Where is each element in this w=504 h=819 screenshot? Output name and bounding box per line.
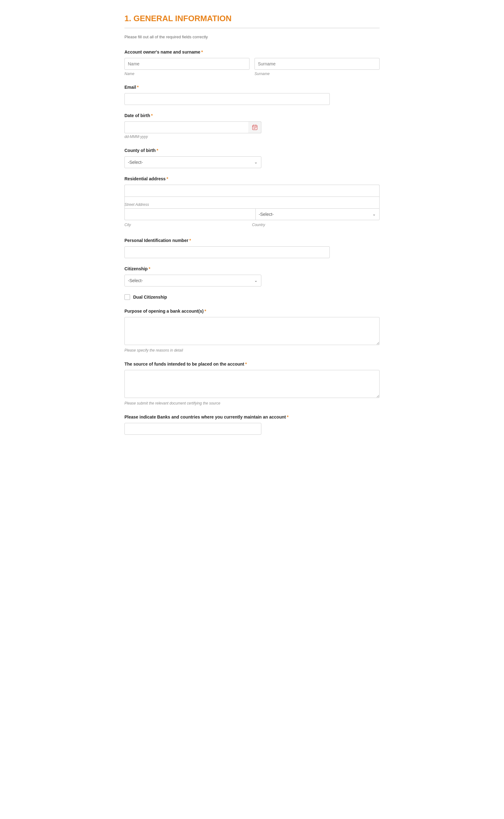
dob-hint: dd-MMM-yyyy	[124, 134, 148, 139]
name-hint: Name	[124, 71, 250, 77]
source-funds-label: The source of funds intended to be place…	[124, 361, 380, 367]
section-subtitle: Please fill out all of the required fiel…	[124, 34, 380, 40]
street-address-row	[124, 185, 380, 196]
country-hint: Country	[252, 222, 380, 228]
county-birth-label: County of birth*	[124, 147, 380, 154]
purpose-textarea[interactable]	[124, 317, 380, 345]
page-container: 1. GENERAL INFORMATION Please fill out a…	[115, 0, 389, 455]
banks-label: Please indicate Banks and countries wher…	[124, 414, 380, 420]
purpose-field-group: Purpose of opening a bank account(s)* Pl…	[124, 308, 380, 353]
pin-field-group: Personal Identification number*	[124, 237, 380, 258]
source-funds-required-star: *	[245, 362, 247, 367]
source-funds-hint: Please submit the relevant document cert…	[124, 401, 220, 405]
citizenship-label: Citizenship*	[124, 266, 380, 272]
pin-input[interactable]	[124, 246, 330, 258]
surname-input[interactable]	[254, 58, 380, 70]
name-row: Name Surname	[124, 58, 380, 77]
calendar-button[interactable]	[248, 121, 261, 133]
dob-input[interactable]	[124, 121, 248, 133]
name-col: Name	[124, 58, 250, 77]
citizenship-select-wrapper: -Select- ⌄	[124, 275, 261, 287]
svg-rect-4	[253, 127, 254, 128]
purpose-hint: Please specify the reasons in detail	[124, 348, 183, 353]
name-field-group: Account owner's name and surname* Name S…	[124, 49, 380, 77]
street-address-hint: Street Address	[124, 202, 380, 208]
section-divider	[124, 28, 380, 28]
dob-label: Date of birth*	[124, 112, 380, 119]
street-address-input[interactable]	[124, 185, 380, 196]
city-input[interactable]	[124, 208, 255, 220]
county-birth-field-group: County of birth* -Select- ⌄	[124, 147, 380, 168]
citizenship-required-star: *	[149, 266, 150, 271]
purpose-label: Purpose of opening a bank account(s)*	[124, 308, 380, 315]
residential-required-star: *	[166, 176, 168, 181]
purpose-required-star: *	[204, 309, 206, 314]
email-input[interactable]	[124, 93, 330, 105]
section-header: 1. GENERAL INFORMATION Please fill out a…	[124, 12, 380, 40]
county-birth-select[interactable]: -Select-	[124, 156, 261, 168]
name-input[interactable]	[124, 58, 250, 70]
calendar-icon	[252, 124, 258, 130]
svg-rect-6	[255, 127, 256, 128]
svg-rect-7	[253, 128, 254, 129]
pin-label: Personal Identification number*	[124, 237, 380, 244]
section-number: 1.	[124, 14, 131, 23]
address-hints: City Country	[124, 222, 380, 228]
dual-citizenship-label[interactable]: Dual Citizenship	[133, 294, 167, 301]
surname-hint: Surname	[254, 71, 380, 77]
residential-label: Residential address*	[124, 175, 380, 182]
banks-input-wrapper	[124, 423, 261, 435]
source-funds-field-group: The source of funds intended to be place…	[124, 361, 380, 406]
city-hint: City	[124, 222, 252, 228]
county-birth-select-wrapper: -Select- ⌄	[124, 156, 261, 168]
dob-required-star: *	[151, 113, 152, 118]
dual-citizenship-checkbox[interactable]	[124, 294, 130, 300]
country-select[interactable]: -Select-	[255, 208, 380, 220]
citizenship-select[interactable]: -Select-	[124, 275, 261, 287]
name-label: Account owner's name and surname*	[124, 49, 380, 55]
surname-col: Surname	[254, 58, 380, 77]
section-title: 1. GENERAL INFORMATION	[124, 12, 380, 25]
city-country-row: -Select- ⌄	[124, 208, 380, 220]
section-title-text: GENERAL INFORMATION	[133, 14, 231, 23]
svg-rect-8	[254, 128, 255, 129]
email-required-star: *	[137, 85, 138, 90]
dual-citizenship-group: Dual Citizenship	[124, 294, 380, 301]
name-required-star: *	[201, 49, 203, 54]
date-wrapper	[124, 121, 261, 133]
banks-input[interactable]	[124, 423, 261, 435]
banks-required-star: *	[287, 414, 288, 419]
email-field-group: Email*	[124, 84, 380, 105]
email-label: Email*	[124, 84, 380, 91]
pin-required-star: *	[189, 238, 191, 243]
svg-rect-5	[254, 127, 255, 128]
citizenship-field-group: Citizenship* -Select- ⌄	[124, 266, 380, 287]
county-required-star: *	[156, 148, 158, 153]
dob-field-group: Date of birth* dd-MMM-yyyy	[124, 112, 380, 140]
country-select-wrapper: -Select- ⌄	[255, 208, 380, 220]
banks-field-group: Please indicate Banks and countries wher…	[124, 414, 380, 435]
source-funds-textarea[interactable]	[124, 370, 380, 398]
